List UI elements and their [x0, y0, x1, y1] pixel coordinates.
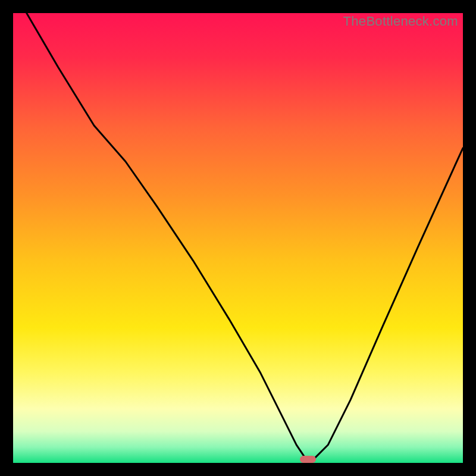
- chart-frame: TheBottleneck.com: [0, 0, 476, 476]
- plot-area: TheBottleneck.com: [13, 13, 463, 463]
- watermark-label: TheBottleneck.com: [343, 14, 458, 29]
- optimal-range-marker: [300, 456, 316, 463]
- bottleneck-curve: [13, 13, 463, 463]
